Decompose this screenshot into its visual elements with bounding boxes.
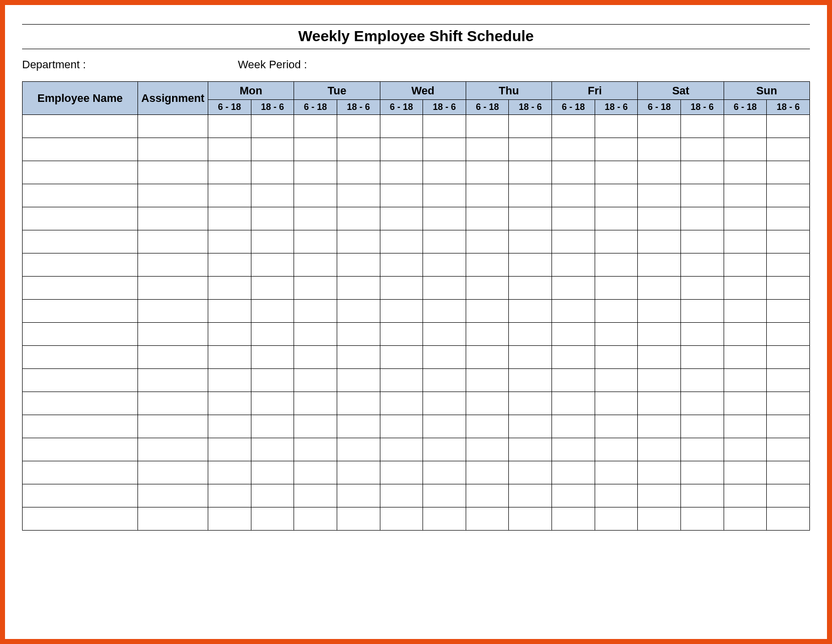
cell-shift[interactable]	[208, 253, 251, 277]
cell-shift[interactable]	[466, 230, 509, 253]
cell-assignment[interactable]	[138, 300, 208, 323]
cell-shift[interactable]	[380, 300, 423, 323]
cell-shift[interactable]	[423, 253, 466, 277]
cell-shift[interactable]	[595, 230, 638, 253]
cell-shift[interactable]	[380, 484, 423, 507]
cell-shift[interactable]	[767, 461, 810, 484]
cell-shift[interactable]	[552, 300, 595, 323]
cell-shift[interactable]	[638, 138, 681, 161]
cell-shift[interactable]	[423, 161, 466, 184]
cell-shift[interactable]	[337, 507, 380, 531]
cell-shift[interactable]	[724, 484, 767, 507]
cell-shift[interactable]	[552, 230, 595, 253]
cell-shift[interactable]	[294, 253, 337, 277]
cell-shift[interactable]	[509, 415, 552, 438]
cell-employee-name[interactable]	[23, 507, 138, 531]
cell-shift[interactable]	[552, 507, 595, 531]
cell-shift[interactable]	[251, 369, 294, 392]
cell-shift[interactable]	[251, 207, 294, 230]
cell-shift[interactable]	[251, 161, 294, 184]
cell-shift[interactable]	[681, 115, 724, 138]
cell-shift[interactable]	[337, 346, 380, 369]
cell-shift[interactable]	[423, 115, 466, 138]
cell-shift[interactable]	[767, 415, 810, 438]
cell-employee-name[interactable]	[23, 115, 138, 138]
cell-shift[interactable]	[724, 392, 767, 415]
cell-shift[interactable]	[595, 253, 638, 277]
cell-shift[interactable]	[638, 392, 681, 415]
cell-shift[interactable]	[724, 277, 767, 300]
cell-shift[interactable]	[724, 253, 767, 277]
cell-shift[interactable]	[337, 138, 380, 161]
cell-employee-name[interactable]	[23, 184, 138, 207]
cell-shift[interactable]	[681, 300, 724, 323]
cell-shift[interactable]	[595, 415, 638, 438]
cell-assignment[interactable]	[138, 138, 208, 161]
cell-shift[interactable]	[638, 115, 681, 138]
cell-employee-name[interactable]	[23, 277, 138, 300]
cell-shift[interactable]	[595, 323, 638, 346]
cell-shift[interactable]	[337, 115, 380, 138]
cell-shift[interactable]	[337, 438, 380, 461]
cell-shift[interactable]	[638, 207, 681, 230]
cell-shift[interactable]	[208, 484, 251, 507]
cell-shift[interactable]	[294, 277, 337, 300]
cell-shift[interactable]	[466, 253, 509, 277]
cell-shift[interactable]	[681, 253, 724, 277]
cell-shift[interactable]	[724, 415, 767, 438]
cell-shift[interactable]	[337, 415, 380, 438]
cell-assignment[interactable]	[138, 461, 208, 484]
cell-shift[interactable]	[466, 161, 509, 184]
cell-shift[interactable]	[681, 392, 724, 415]
cell-shift[interactable]	[552, 461, 595, 484]
cell-shift[interactable]	[552, 323, 595, 346]
cell-shift[interactable]	[681, 461, 724, 484]
cell-shift[interactable]	[466, 115, 509, 138]
cell-shift[interactable]	[380, 207, 423, 230]
cell-shift[interactable]	[294, 230, 337, 253]
cell-shift[interactable]	[466, 207, 509, 230]
cell-shift[interactable]	[595, 507, 638, 531]
cell-assignment[interactable]	[138, 323, 208, 346]
cell-shift[interactable]	[380, 253, 423, 277]
cell-shift[interactable]	[251, 438, 294, 461]
cell-shift[interactable]	[466, 507, 509, 531]
cell-shift[interactable]	[509, 184, 552, 207]
cell-assignment[interactable]	[138, 277, 208, 300]
cell-shift[interactable]	[724, 507, 767, 531]
cell-shift[interactable]	[337, 184, 380, 207]
cell-assignment[interactable]	[138, 207, 208, 230]
cell-shift[interactable]	[208, 138, 251, 161]
cell-shift[interactable]	[552, 369, 595, 392]
cell-employee-name[interactable]	[23, 461, 138, 484]
cell-shift[interactable]	[638, 346, 681, 369]
cell-shift[interactable]	[466, 461, 509, 484]
cell-shift[interactable]	[251, 392, 294, 415]
cell-shift[interactable]	[681, 415, 724, 438]
cell-shift[interactable]	[552, 415, 595, 438]
cell-shift[interactable]	[509, 392, 552, 415]
cell-shift[interactable]	[595, 461, 638, 484]
cell-employee-name[interactable]	[23, 369, 138, 392]
cell-shift[interactable]	[466, 300, 509, 323]
cell-shift[interactable]	[294, 300, 337, 323]
cell-shift[interactable]	[681, 277, 724, 300]
cell-shift[interactable]	[337, 392, 380, 415]
cell-shift[interactable]	[638, 415, 681, 438]
cell-shift[interactable]	[466, 323, 509, 346]
cell-shift[interactable]	[423, 484, 466, 507]
cell-shift[interactable]	[208, 230, 251, 253]
cell-shift[interactable]	[337, 461, 380, 484]
cell-shift[interactable]	[294, 461, 337, 484]
cell-shift[interactable]	[337, 484, 380, 507]
cell-shift[interactable]	[509, 277, 552, 300]
cell-shift[interactable]	[423, 346, 466, 369]
cell-shift[interactable]	[380, 461, 423, 484]
cell-shift[interactable]	[681, 138, 724, 161]
cell-shift[interactable]	[595, 392, 638, 415]
cell-shift[interactable]	[552, 253, 595, 277]
cell-shift[interactable]	[423, 438, 466, 461]
cell-shift[interactable]	[638, 253, 681, 277]
cell-shift[interactable]	[208, 184, 251, 207]
cell-shift[interactable]	[681, 507, 724, 531]
